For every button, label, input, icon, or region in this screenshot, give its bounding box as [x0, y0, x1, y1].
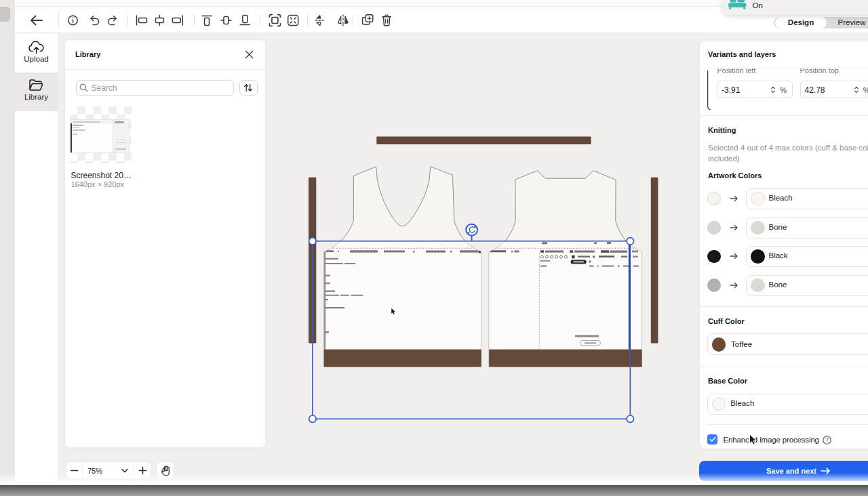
svg-text:?: ?: [825, 436, 829, 443]
